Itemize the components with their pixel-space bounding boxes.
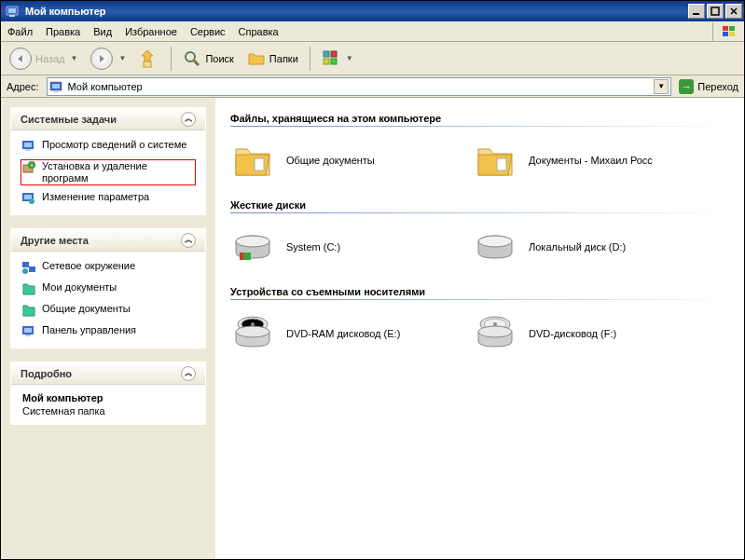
dvd-drive-icon: [473, 311, 517, 356]
menu-edit[interactable]: Правка: [39, 23, 87, 40]
address-combo[interactable]: Мой компьютер ▼: [47, 77, 672, 96]
svg-point-32: [22, 268, 28, 274]
task-add-remove-programs[interactable]: + Установка и удаление программ: [21, 159, 196, 185]
item-dvd[interactable]: DVD-дисковод (F:): [473, 311, 697, 356]
folder-icon: [473, 138, 517, 183]
svg-rect-36: [255, 158, 264, 171]
folders-label: Папки: [269, 53, 298, 64]
svg-rect-30: [22, 262, 29, 267]
group-title-files: Файлы, хранящиеся на этом компьютере: [230, 113, 729, 124]
svg-text:+: +: [30, 162, 34, 169]
svg-point-46: [251, 322, 255, 326]
shared-folder-icon: [21, 303, 36, 318]
sidebar: Системные задачи ︽ Просмотр сведений о с…: [1, 98, 215, 559]
search-button[interactable]: Поиск: [178, 45, 238, 73]
item-shared-documents[interactable]: Общие документы: [230, 138, 454, 183]
svg-rect-8: [729, 26, 735, 31]
svg-point-51: [478, 326, 512, 337]
panel-header-details[interactable]: Подробно ︽: [11, 362, 205, 385]
svg-rect-3: [693, 13, 699, 15]
svg-rect-15: [331, 51, 337, 57]
chevron-up-icon: ︽: [181, 366, 196, 381]
forward-button[interactable]: ▼: [86, 45, 131, 73]
panel-other-places: Другие места ︽ Сетевое окружение Мои док…: [10, 228, 206, 348]
group-title-removable: Устройства со съемными носителями: [230, 286, 729, 297]
svg-rect-14: [324, 51, 329, 57]
menu-file[interactable]: Файл: [1, 23, 39, 40]
go-label: Переход: [697, 81, 738, 92]
hard-drive-icon: [230, 225, 275, 269]
chevron-down-icon: ▼: [71, 54, 78, 62]
svg-rect-2: [9, 15, 15, 17]
details-type: Системная папка: [22, 405, 194, 417]
add-remove-icon: +: [21, 160, 36, 175]
item-drive-d[interactable]: Локальный диск (D:): [473, 225, 697, 269]
item-user-documents[interactable]: Документы - Михаил Росс: [473, 138, 697, 183]
svg-rect-35: [25, 335, 31, 336]
menu-favorites[interactable]: Избранное: [118, 23, 184, 40]
toolbar: Назад ▼ ▼ Поиск Папки ▼: [1, 42, 744, 75]
panel-header-system-tasks[interactable]: Системные задачи ︽: [11, 108, 205, 130]
panel-details: Подробно ︽ Мой компьютер Системная папка: [10, 362, 206, 425]
item-dvd-ram[interactable]: DVD-RAM дисковод (E:): [230, 311, 454, 356]
network-icon: [21, 260, 36, 275]
link-my-documents[interactable]: Мои документы: [21, 280, 196, 297]
svg-rect-7: [723, 26, 728, 31]
back-button[interactable]: Назад ▼: [5, 45, 82, 73]
svg-point-50: [493, 322, 497, 326]
views-button[interactable]: ▼: [317, 45, 358, 73]
panel-header-other-places[interactable]: Другие места ︽: [11, 229, 205, 252]
svg-rect-23: [25, 149, 31, 151]
svg-point-29: [29, 198, 34, 204]
task-system-info[interactable]: Просмотр сведений о системе: [21, 138, 196, 155]
svg-rect-28: [24, 195, 32, 199]
svg-rect-31: [29, 266, 35, 272]
views-icon: [322, 49, 340, 68]
menu-help[interactable]: Справка: [232, 23, 285, 40]
svg-rect-17: [331, 59, 337, 64]
link-control-panel[interactable]: Панель управления: [21, 323, 196, 340]
svg-rect-34: [24, 328, 32, 333]
menu-view[interactable]: Вид: [87, 23, 118, 40]
address-value: Мой компьютер: [68, 81, 143, 92]
menubar: Файл Правка Вид Избранное Сервис Справка: [1, 21, 744, 42]
panel-system-tasks: Системные задачи ︽ Просмотр сведений о с…: [10, 107, 206, 215]
windows-flag-icon: [712, 22, 744, 41]
svg-rect-16: [324, 59, 329, 64]
maximize-button[interactable]: [707, 4, 724, 19]
svg-point-43: [478, 236, 512, 247]
documents-icon: [21, 281, 36, 296]
chevron-down-icon: ▼: [118, 54, 126, 62]
svg-point-47: [236, 326, 269, 337]
computer-icon: [49, 79, 64, 94]
svg-rect-22: [24, 143, 32, 147]
computer-icon: [6, 4, 21, 19]
search-icon: [183, 49, 201, 68]
minimize-button[interactable]: [688, 4, 705, 19]
folder-icon: [230, 138, 275, 183]
chevron-down-icon[interactable]: ▼: [654, 79, 669, 94]
window-title: Мой компьютер: [23, 6, 688, 17]
details-name: Мой компьютер: [22, 392, 194, 403]
link-network-places[interactable]: Сетевое окружение: [21, 259, 196, 276]
svg-rect-9: [723, 32, 728, 36]
chevron-down-icon: ▼: [346, 54, 353, 62]
chevron-up-icon: ︽: [181, 112, 196, 127]
close-button[interactable]: [725, 4, 742, 19]
svg-rect-10: [729, 32, 735, 36]
address-label: Адрес:: [3, 81, 43, 92]
folders-button[interactable]: Папки: [242, 45, 303, 73]
menu-tools[interactable]: Сервис: [184, 23, 232, 40]
svg-rect-4: [711, 7, 719, 15]
svg-rect-19: [52, 84, 60, 89]
dvd-drive-icon: [230, 311, 275, 356]
control-panel-icon: [21, 191, 36, 206]
up-button[interactable]: [134, 45, 164, 73]
link-shared-documents[interactable]: Общие документы: [21, 302, 196, 319]
svg-rect-41: [243, 253, 251, 260]
go-button[interactable]: → Переход: [675, 77, 742, 96]
svg-line-13: [194, 61, 199, 65]
item-drive-c[interactable]: System (C:): [230, 225, 454, 269]
task-change-setting[interactable]: Изменение параметра: [21, 190, 196, 207]
svg-rect-37: [497, 158, 506, 171]
